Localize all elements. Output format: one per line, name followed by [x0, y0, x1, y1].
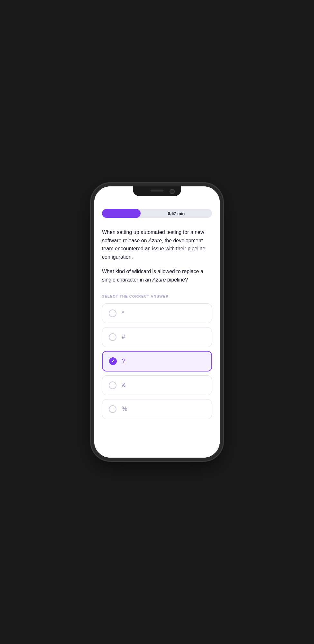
spacer — [102, 432, 212, 445]
phone-frame: 0:57 min When setting up automated testi… — [94, 186, 220, 458]
progress-bar-container: 0:57 min — [102, 209, 212, 218]
answer-label-d: & — [122, 381, 126, 389]
question-body: What kind of wildcard is allowed to repl… — [102, 267, 212, 284]
answer-label-c: ? — [122, 357, 125, 365]
azure-italic-1: Azure — [148, 238, 162, 243]
timer-display: 0:57 min — [141, 209, 212, 218]
section-label: SELECT THE CORRECT ANSWER — [102, 294, 212, 298]
answer-option-d[interactable]: & — [102, 375, 212, 395]
radio-e — [109, 405, 116, 413]
answer-label-b: # — [122, 333, 125, 341]
radio-c — [109, 357, 117, 365]
radio-d — [109, 381, 116, 389]
answer-option-c[interactable]: ? — [102, 351, 212, 371]
answer-options: * # ? & — [102, 303, 212, 419]
answer-label-a: * — [122, 309, 124, 317]
answer-label-e: % — [122, 405, 127, 413]
progress-bar-fill — [102, 209, 141, 218]
phone-content: 0:57 min When setting up automated testi… — [94, 186, 220, 458]
answer-option-a[interactable]: * — [102, 303, 212, 323]
azure-italic-2: Azure — [152, 277, 166, 282]
answer-option-b[interactable]: # — [102, 327, 212, 347]
question-section: When setting up automated testing for a … — [102, 228, 212, 432]
radio-b — [109, 333, 116, 341]
answer-option-e[interactable]: % — [102, 399, 212, 419]
radio-a — [109, 309, 116, 317]
phone-notch — [133, 186, 181, 196]
screen: 0:57 min When setting up automated testi… — [94, 199, 220, 458]
question-context: When setting up automated testing for a … — [102, 228, 212, 261]
